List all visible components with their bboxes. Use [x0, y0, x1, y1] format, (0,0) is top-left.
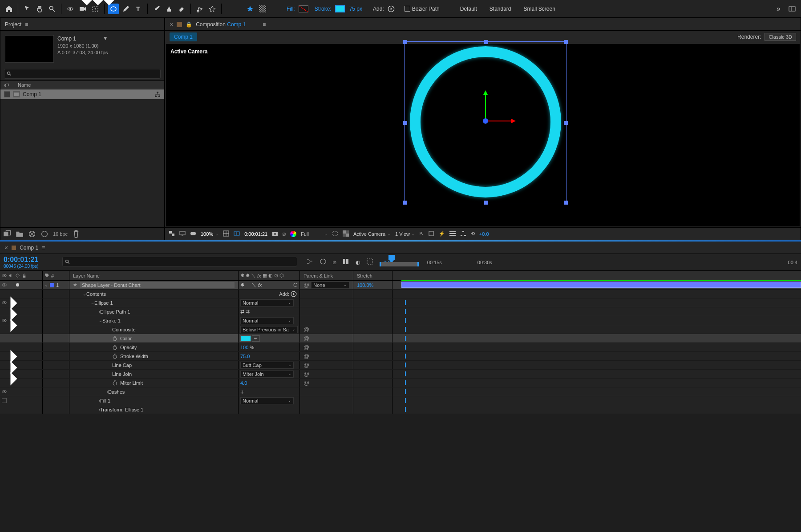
- fast-preview-icon[interactable]: ⚡: [439, 231, 445, 237]
- timeline-tab-name[interactable]: Comp 1: [20, 245, 38, 251]
- expression-pickwhip-icon[interactable]: @: [303, 379, 309, 386]
- shy-icon[interactable]: ⎚: [333, 259, 336, 266]
- eye-col-icon[interactable]: [2, 273, 7, 278]
- stopwatch-icon[interactable]: [112, 380, 117, 386]
- hand-tool-icon[interactable]: [34, 4, 45, 14]
- tag-icon[interactable]: 🏷: [4, 82, 9, 88]
- timeline-timecode[interactable]: 0:00:01:21: [4, 256, 55, 264]
- viewport[interactable]: Active Camera: [166, 44, 800, 226]
- bpc-value[interactable]: 16 bpc: [53, 231, 68, 237]
- monitor-icon[interactable]: [179, 230, 186, 238]
- switches-icon[interactable]: ◐: [268, 273, 273, 278]
- switches-icon[interactable]: ⊙: [274, 273, 278, 278]
- puppet-tool-icon[interactable]: [207, 4, 218, 14]
- add-dash-icon[interactable]: +: [240, 388, 244, 395]
- transparency-grid-icon[interactable]: [343, 230, 349, 238]
- blend-mode-dropdown[interactable]: Normal⌄: [240, 317, 294, 324]
- lock-icon[interactable]: 🔒: [186, 21, 192, 28]
- stroke-width-value[interactable]: 75.0: [240, 354, 250, 359]
- expression-pickwhip-icon[interactable]: @: [303, 335, 309, 342]
- breadcrumb[interactable]: Composition Comp 1: [196, 21, 246, 28]
- lock-col-icon[interactable]: [22, 273, 27, 278]
- timeline-menu-icon[interactable]: ≡: [42, 245, 45, 251]
- draft-3d-icon[interactable]: [320, 258, 327, 266]
- zoom-dropdown[interactable]: 100% ⌄: [201, 231, 218, 237]
- view-dropdown[interactable]: 1 View ⌄: [395, 231, 415, 237]
- stroke-width-value[interactable]: 75 px: [349, 6, 362, 12]
- layer-label-color[interactable]: [50, 283, 54, 287]
- overflow-icon[interactable]: »: [777, 5, 781, 13]
- layer-row[interactable]: ⌄ 1 ★ Shape Layer - Donut Chart ✱＼ fx ⬡ …: [0, 281, 801, 290]
- eyedropper-icon[interactable]: ✏: [252, 335, 260, 342]
- add-play-icon[interactable]: [386, 4, 396, 14]
- mask-icon[interactable]: [190, 230, 196, 238]
- clone-stamp-tool-icon[interactable]: [164, 4, 174, 14]
- visibility-toggle[interactable]: [2, 282, 7, 287]
- layer-name-col[interactable]: Layer Name: [73, 273, 100, 278]
- new-comp-icon[interactable]: [28, 230, 36, 238]
- comp-flowchart-icon[interactable]: [460, 230, 466, 238]
- axis-x[interactable]: [485, 121, 512, 121]
- exposure-value[interactable]: +0.0: [479, 231, 489, 237]
- graph-editor-icon[interactable]: [366, 258, 373, 266]
- reset-exposure-icon[interactable]: ⟲: [471, 231, 475, 237]
- stopwatch-icon[interactable]: [112, 354, 117, 359]
- switches-icon[interactable]: fx: [257, 273, 261, 278]
- work-area[interactable]: [380, 262, 419, 266]
- timeline-close-icon[interactable]: ×: [4, 244, 8, 251]
- motion-blur-icon[interactable]: ◐: [356, 259, 360, 266]
- property-row-color[interactable]: Color ✏ @: [0, 334, 801, 343]
- snapshot-icon[interactable]: [272, 230, 278, 238]
- stretch-col[interactable]: Stretch: [357, 273, 372, 278]
- stopwatch-icon[interactable]: [112, 345, 117, 350]
- line-cap-dropdown[interactable]: Butt Cap⌄: [240, 362, 294, 369]
- current-time[interactable]: 0:00:01:21: [244, 231, 267, 237]
- selection-tool-icon[interactable]: [22, 4, 32, 14]
- brush-tool-icon[interactable]: [151, 4, 162, 14]
- expression-pickwhip-icon[interactable]: @: [303, 353, 309, 359]
- channel-icon[interactable]: [290, 231, 296, 237]
- snap-star-icon[interactable]: [245, 4, 255, 14]
- eraser-tool-icon[interactable]: [176, 4, 187, 14]
- add-content-icon[interactable]: [291, 291, 297, 297]
- parent-col[interactable]: Parent & Link: [303, 273, 333, 278]
- color-depth-icon[interactable]: [40, 230, 49, 238]
- expand-toggle[interactable]: ⌄: [44, 283, 48, 287]
- axis-z[interactable]: [483, 118, 488, 124]
- stopwatch-icon[interactable]: [112, 336, 117, 341]
- panel-search-icon[interactable]: [787, 4, 797, 14]
- bezier-checkbox[interactable]: Bezier Path: [405, 6, 440, 12]
- timeline-icon[interactable]: [449, 230, 456, 238]
- expression-pickwhip-icon[interactable]: @: [303, 326, 309, 333]
- axis-y[interactable]: [485, 94, 486, 121]
- expression-pickwhip-icon[interactable]: @: [303, 362, 309, 368]
- trash-icon[interactable]: [72, 230, 80, 238]
- color-value-swatch[interactable]: [240, 335, 251, 342]
- orbit-tool-icon[interactable]: [65, 4, 76, 14]
- fill-swatch[interactable]: [299, 5, 308, 12]
- project-panel-title[interactable]: Project: [5, 21, 21, 28]
- comp-flowchart-chip[interactable]: Comp 1: [170, 32, 197, 41]
- stretch-value[interactable]: 100.0%: [357, 282, 373, 288]
- playhead[interactable]: [388, 255, 395, 260]
- home-icon[interactable]: [4, 4, 14, 14]
- comp-panel-menu-icon[interactable]: ≡: [263, 21, 266, 28]
- type-tool-icon[interactable]: T: [133, 4, 144, 14]
- share-view-icon[interactable]: ⇱: [420, 231, 424, 237]
- safe-zones-icon[interactable]: [223, 230, 229, 238]
- blend-mode-dropdown[interactable]: Normal⌄: [240, 397, 294, 404]
- switches-icon[interactable]: ✸: [246, 273, 250, 278]
- interpret-footage-icon[interactable]: [3, 230, 11, 238]
- timeline-ruler[interactable]: :00s 00:15s 00:30s 00:4: [379, 254, 801, 270]
- project-panel-menu-icon[interactable]: ≡: [25, 21, 28, 28]
- close-tab-icon[interactable]: ×: [170, 21, 173, 28]
- name-column[interactable]: Name: [18, 82, 31, 88]
- path-direction-icon[interactable]: ⇄: [240, 309, 244, 314]
- blend-mode-dropdown[interactable]: Normal⌄: [240, 299, 294, 306]
- visibility-toggle[interactable]: [2, 318, 7, 323]
- zoom-tool-icon[interactable]: [47, 4, 57, 14]
- solo-toggle[interactable]: [15, 282, 20, 287]
- pixel-aspect-icon[interactable]: [428, 230, 434, 238]
- opacity-value[interactable]: 100: [240, 345, 248, 350]
- expression-pickwhip-icon[interactable]: @: [303, 344, 309, 351]
